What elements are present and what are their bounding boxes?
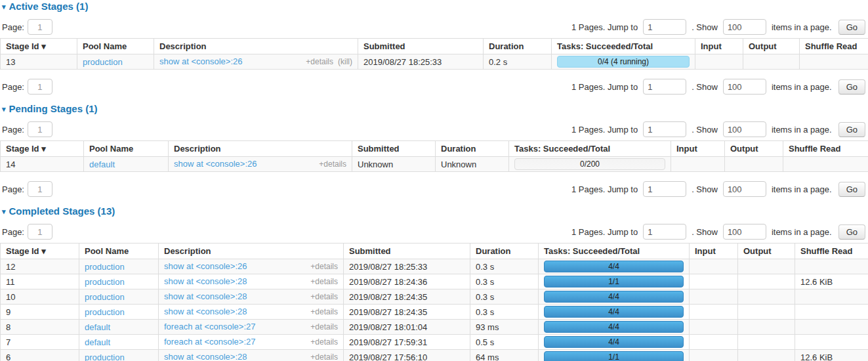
- description-cell: +details(kill)show at <console>:26: [154, 54, 358, 70]
- jump-to-input[interactable]: [643, 224, 686, 240]
- column-header[interactable]: Input: [695, 39, 743, 54]
- show-count-input[interactable]: [723, 121, 766, 137]
- column-header[interactable]: Duration: [484, 39, 552, 54]
- pool-name-link[interactable]: production: [85, 277, 125, 287]
- pool-name-link[interactable]: production: [83, 57, 123, 67]
- pages-jump-text: 1 Pages. Jump to: [571, 184, 638, 194]
- column-header[interactable]: Stage Id ▾: [1, 244, 79, 259]
- column-header[interactable]: Duration: [470, 244, 539, 259]
- column-header[interactable]: Output: [743, 39, 800, 54]
- jump-to-input[interactable]: [643, 181, 686, 197]
- details-link[interactable]: +details: [306, 57, 333, 66]
- column-header[interactable]: Description: [159, 244, 344, 259]
- section-header-active[interactable]: ▾Active Stages (1): [2, 1, 868, 12]
- table-row: 14default+detailsshow at <console>:26Unk…: [1, 157, 868, 172]
- go-button[interactable]: Go: [838, 224, 865, 240]
- column-header[interactable]: Submitted: [352, 141, 436, 157]
- description-link[interactable]: show at <console>:26: [159, 56, 242, 66]
- column-header[interactable]: Input: [671, 141, 725, 157]
- output-cell: [725, 157, 783, 172]
- description-link[interactable]: foreach at <console>:27: [164, 337, 256, 347]
- duration-cell: 93 ms: [470, 320, 539, 335]
- show-count-input[interactable]: [723, 19, 766, 35]
- pool-cell: production: [79, 289, 159, 305]
- jump-to-input[interactable]: [643, 121, 686, 137]
- pages-jump-text: 1 Pages. Jump to: [571, 22, 638, 32]
- go-button[interactable]: Go: [838, 20, 865, 35]
- page-number-input[interactable]: [28, 19, 52, 35]
- column-header[interactable]: Tasks: Succeeded/Total: [539, 244, 690, 259]
- kill-link[interactable]: (kill): [338, 57, 352, 66]
- column-header[interactable]: Pool Name: [84, 141, 169, 157]
- pool-name-link[interactable]: production: [85, 307, 125, 317]
- column-header[interactable]: Pool Name: [79, 244, 159, 259]
- column-header[interactable]: Duration: [436, 141, 509, 157]
- description-link[interactable]: show at <console>:28: [164, 352, 247, 361]
- column-header[interactable]: Output: [725, 141, 783, 157]
- tasks-cell: 4/4: [539, 335, 690, 350]
- input-cell: [690, 305, 738, 320]
- description-link[interactable]: show at <console>:28: [164, 276, 247, 286]
- column-header[interactable]: Stage Id ▾: [1, 141, 84, 157]
- column-header[interactable]: Description: [169, 141, 352, 157]
- section-header-completed[interactable]: ▾Completed Stages (13): [2, 206, 868, 217]
- column-header[interactable]: Shuffle Read: [800, 39, 868, 54]
- column-header[interactable]: Stage Id ▾: [1, 39, 77, 54]
- show-count-input[interactable]: [723, 79, 766, 95]
- pool-name-link[interactable]: default: [85, 337, 110, 347]
- page-number-input[interactable]: [28, 181, 52, 197]
- go-button[interactable]: Go: [838, 122, 865, 137]
- column-header[interactable]: Pool Name: [77, 39, 154, 54]
- column-header[interactable]: Tasks: Succeeded/Total: [509, 141, 671, 157]
- details-link[interactable]: +details: [310, 307, 338, 316]
- progress-label: 1/1: [608, 352, 619, 361]
- go-button[interactable]: Go: [838, 182, 865, 197]
- section-header-pending[interactable]: ▾Pending Stages (1): [2, 104, 868, 114]
- pool-cell: production: [79, 350, 159, 361]
- show-count-input[interactable]: [723, 181, 766, 197]
- description-link[interactable]: show at <console>:28: [164, 291, 247, 301]
- description-link[interactable]: foreach at <console>:27: [164, 322, 256, 331]
- page-number-input[interactable]: [28, 121, 52, 137]
- details-link[interactable]: +details: [310, 352, 338, 361]
- page-number-input[interactable]: [28, 224, 52, 240]
- jump-to-input[interactable]: [643, 79, 686, 95]
- section-title-text: Pending Stages (1): [9, 103, 98, 114]
- column-header[interactable]: Shuffle Read: [783, 141, 868, 157]
- pool-name-link[interactable]: production: [85, 352, 125, 361]
- progress-label: 4/4: [608, 322, 619, 331]
- details-link[interactable]: +details: [319, 159, 346, 169]
- show-count-input[interactable]: [723, 224, 766, 240]
- go-button[interactable]: Go: [838, 79, 865, 95]
- pool-name-link[interactable]: production: [85, 262, 125, 272]
- pagination-bar-pending: Page:1 Pages. Jump to. Showitems in a pa…: [2, 121, 865, 138]
- column-header[interactable]: Tasks: Succeeded/Total: [552, 39, 695, 54]
- submitted-cell: 2019/08/27 18:24:35: [344, 305, 470, 320]
- details-link[interactable]: +details: [310, 277, 338, 286]
- description-extras: +details: [310, 276, 338, 287]
- page-number-input[interactable]: [28, 79, 52, 95]
- input-cell: [671, 157, 725, 172]
- description-link[interactable]: show at <console>:28: [164, 307, 247, 316]
- pagination-bar-pending: Page:1 Pages. Jump to. Showitems in a pa…: [2, 180, 865, 198]
- column-header[interactable]: Output: [738, 244, 795, 259]
- pool-cell: default: [79, 320, 159, 335]
- pool-name-link[interactable]: production: [85, 292, 125, 302]
- column-header[interactable]: Shuffle Read: [795, 244, 868, 259]
- task-progress-bar: 4/4: [544, 291, 684, 303]
- description-extras: +details: [310, 291, 338, 302]
- description-link[interactable]: show at <console>:26: [174, 159, 257, 169]
- details-link[interactable]: +details: [310, 262, 338, 271]
- pool-name-link[interactable]: default: [89, 159, 115, 169]
- details-link[interactable]: +details: [310, 292, 338, 301]
- column-header[interactable]: Input: [690, 244, 738, 259]
- column-header[interactable]: Submitted: [344, 244, 470, 259]
- details-link[interactable]: +details: [310, 322, 338, 331]
- column-header[interactable]: Description: [154, 39, 358, 54]
- jump-to-input[interactable]: [643, 19, 686, 35]
- show-text: . Show: [692, 22, 718, 32]
- column-header[interactable]: Submitted: [358, 39, 484, 54]
- details-link[interactable]: +details: [310, 337, 338, 347]
- description-link[interactable]: show at <console>:26: [164, 261, 247, 271]
- pool-name-link[interactable]: default: [85, 322, 110, 332]
